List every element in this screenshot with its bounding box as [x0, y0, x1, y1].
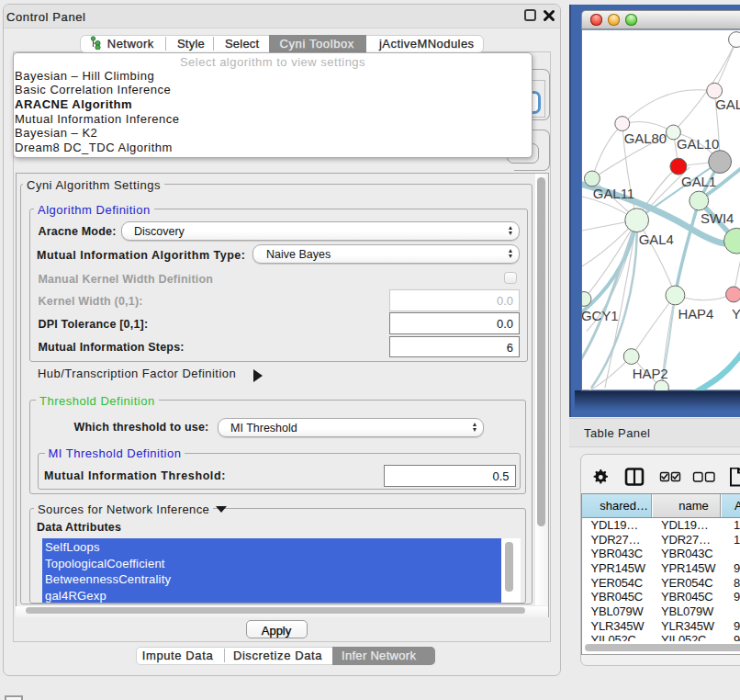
svg-text:GAL4: GAL4: [639, 231, 674, 246]
svg-text:HAP4: HAP4: [678, 307, 713, 322]
svg-text:SWI4: SWI4: [701, 211, 734, 226]
svg-text:HAP2: HAP2: [633, 366, 668, 380]
svg-text:GAL11: GAL11: [593, 186, 634, 201]
svg-text:GAL: GAL: [715, 97, 740, 112]
svg-text:Y: Y: [732, 307, 740, 322]
svg-text:GAL1: GAL1: [681, 175, 716, 189]
svg-text:GAL10: GAL10: [677, 137, 719, 152]
svg-text:GAL80: GAL80: [624, 131, 667, 146]
svg-text:GCY1: GCY1: [581, 309, 619, 323]
